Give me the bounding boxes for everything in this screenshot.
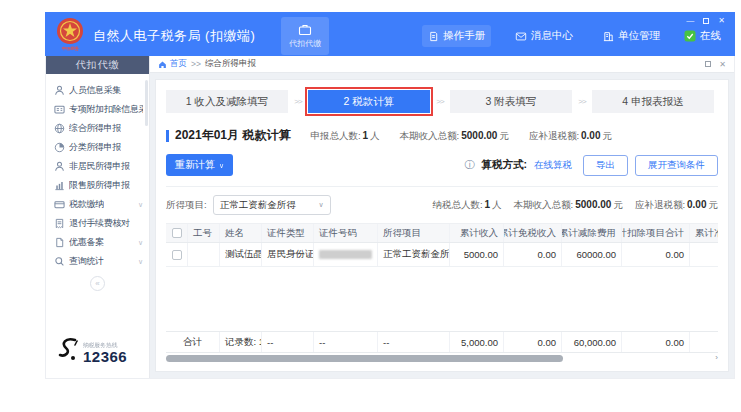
cell-cum-deduct-items: 0.00: [622, 243, 690, 266]
briefcase-icon: [298, 23, 312, 36]
toolbar: 重新计算∨ ⓘ 算税方式: 在线算税 导出 展开查询条件: [166, 154, 718, 187]
sidebar-item-classified-income[interactable]: 分类所得申报: [46, 138, 149, 157]
stat-tax-due: 应补退税额:0.00元: [635, 199, 718, 212]
tab-controls: ✕: [705, 60, 726, 69]
row-checkbox[interactable]: [166, 243, 188, 266]
header-actions: 操作手册 消息中心 单位管理: [422, 25, 721, 47]
online-status[interactable]: 在线: [684, 29, 721, 43]
stat-taxpayer-count: 纳税总人数:1人: [432, 199, 501, 212]
sidebar-item-preferential-filing[interactable]: 优惠备案 ∨: [46, 233, 149, 252]
sidebar-scrollbar[interactable]: [145, 80, 148, 126]
horizontal-scrollbar: ›: [166, 355, 718, 363]
sidebar-item-label: 分类所得申报: [69, 141, 121, 154]
screen: — ✕ 中国税务 自然人电子税务局 (扣缴端) 代扣代缴: [0, 0, 741, 412]
title-accent-bar: [166, 130, 169, 142]
main-area: 首页 >> 综合所得申报 ✕ 1 收入及减除填写 >> 2 税款计算: [150, 56, 734, 378]
cell-cert-no-redacted: [314, 243, 378, 266]
sidebar-item-special-deduction[interactable]: 专项附加扣除信息采集: [46, 100, 149, 119]
home-icon: [158, 60, 167, 69]
tax-calc-panel: 1 收入及减除填写 >> 2 税款计算 >> 3 附表填写 >> 4 申报表报送: [155, 79, 729, 372]
table-empty-space: [166, 267, 718, 331]
manual-button[interactable]: 操作手册: [422, 25, 491, 47]
step-tab-income-entry[interactable]: 1 收入及减除填写: [166, 90, 288, 113]
bar-chart-icon: [54, 180, 65, 191]
chevron-down-icon: ∨: [319, 201, 324, 209]
column-header: 姓名: [220, 224, 262, 242]
app-window: — ✕ 中国税务 自然人电子税务局 (扣缴端) 代扣代缴: [45, 12, 735, 379]
footer-dash: --: [314, 332, 378, 352]
app-header: — ✕ 中国税务 自然人电子税务局 (扣缴端) 代扣代缴: [45, 12, 735, 56]
message-icon: [515, 31, 527, 42]
select-all-checkbox[interactable]: [166, 224, 188, 242]
step-tab-submit-return[interactable]: 4 申报表报送: [592, 90, 714, 113]
hotline-number: 12366: [83, 349, 131, 364]
footer-dash: --: [262, 332, 314, 352]
hotline-name: 纳税服务热线: [83, 342, 118, 348]
income-item-label: 所得项目:: [166, 199, 207, 212]
sidebar-item-comprehensive-income[interactable]: 综合所得申报: [46, 119, 149, 138]
page-size-input[interactable]: [310, 371, 346, 372]
expand-query-button[interactable]: 展开查询条件: [635, 155, 718, 176]
sidebar-item-personnel-info[interactable]: 人员信息采集: [46, 81, 149, 100]
wallet-icon: [54, 199, 65, 210]
column-header: 累计免税收入: [504, 224, 562, 242]
footer-cum-income: 5,000.00: [450, 332, 504, 352]
stat-declared-people: 申报总人数:1人: [310, 130, 379, 143]
export-button[interactable]: 导出: [583, 155, 628, 176]
table-row[interactable]: 测试伍晶晶 居民身份证 正常工资薪金所得 5000.00 0.00 60000.…: [166, 243, 718, 267]
tax-mode-label: 算税方式:: [482, 158, 528, 172]
toolbar-right: ⓘ 算税方式: 在线算税 导出 展开查询条件: [465, 155, 719, 176]
chevron-down-icon: ∨: [219, 162, 224, 169]
tax-emblem-logo: 中国税务: [55, 17, 85, 53]
period-label: 2021年01月: [175, 128, 239, 142]
header-main: 中国税务 自然人电子税务局 (扣缴端) 代扣代缴 操作手册: [45, 16, 735, 56]
module-tab-withholding[interactable]: 代扣代缴: [281, 17, 329, 55]
stat-period-income: 本期收入总额:5000.00元: [400, 130, 509, 143]
filter-row: 所得项目: 正常工资薪金所得 ∨ 纳税总人数:1人 本期收入总额:5000.00…: [166, 195, 718, 215]
cell-cum-income: 5000.00: [450, 243, 504, 266]
tab-maximize-icon[interactable]: [705, 61, 711, 67]
filter-stats: 纳税总人数:1人 本期收入总额:5000.00元 应补退税额:0.00元: [420, 199, 718, 212]
pagination: ◀ 共1条记录 ▶ 1/1 每页显示条数: [166, 371, 718, 372]
cell-cert-type: 居民身份证: [262, 243, 314, 266]
message-center-button[interactable]: 消息中心: [509, 25, 579, 47]
message-center-label: 消息中心: [531, 29, 573, 43]
step-tab-schedule-entry[interactable]: 3 附表填写: [450, 90, 572, 113]
hotline-12366-icon: [56, 336, 80, 364]
manual-icon: [428, 31, 439, 42]
person-icon: [54, 85, 65, 96]
sidebar-item-label: 优惠备案: [69, 236, 104, 249]
sidebar-item-query-statistics[interactable]: 查询统计 ∨: [46, 252, 149, 271]
redacted-id-blur: [319, 250, 372, 259]
column-header: 累计扣除项目合计: [622, 224, 690, 242]
content-area: 1 收入及减除填写 >> 2 税款计算 >> 3 附表填写 >> 4 申报表报送: [150, 73, 734, 378]
cell-cum-exempt: 0.00: [504, 243, 562, 266]
org-management-button[interactable]: 单位管理: [597, 25, 666, 47]
manual-label: 操作手册: [443, 29, 485, 43]
recalculate-button[interactable]: 重新计算∨: [166, 154, 233, 176]
sidebar-item-refund-fee-check[interactable]: 退付手续费核对: [46, 214, 149, 233]
sidebar-item-label: 人员信息采集: [69, 84, 121, 97]
breadcrumb-home[interactable]: 首页: [158, 58, 187, 70]
page-title: 税款计算: [242, 128, 290, 142]
tab-close-icon[interactable]: ✕: [719, 60, 726, 69]
income-item-select[interactable]: 正常工资薪金所得 ∨: [213, 195, 331, 215]
sidebar-item-tax-payment[interactable]: 税款缴纳 ∨: [46, 195, 149, 214]
breadcrumb: 首页 >> 综合所得申报 ✕: [150, 56, 734, 73]
breadcrumb-separator: >>: [191, 59, 201, 69]
cell-income-item: 正常工资薪金所得: [378, 243, 450, 266]
step-separator: >>: [430, 97, 450, 106]
sidebar-collapse-button[interactable]: «: [90, 276, 105, 291]
document-icon: [54, 237, 65, 248]
scrollbar-thumb[interactable]: [166, 355, 563, 362]
id-card-icon: [54, 104, 65, 115]
search-icon: [54, 256, 65, 267]
sidebar-item-nonresident-income[interactable]: 非居民所得申报: [46, 157, 149, 176]
receipt-icon: [54, 218, 65, 229]
scrollbar-right-arrow[interactable]: ›: [715, 353, 718, 362]
sidebar-item-restricted-shares[interactable]: 限售股所得申报: [46, 176, 149, 195]
sidebar-item-label: 税款缴纳: [69, 198, 104, 211]
footer-cum-deduct-items: 0.00: [622, 332, 690, 352]
step-tab-tax-calculation[interactable]: 2 税款计算: [308, 90, 430, 113]
breadcrumb-current: 综合所得申报: [205, 58, 256, 70]
